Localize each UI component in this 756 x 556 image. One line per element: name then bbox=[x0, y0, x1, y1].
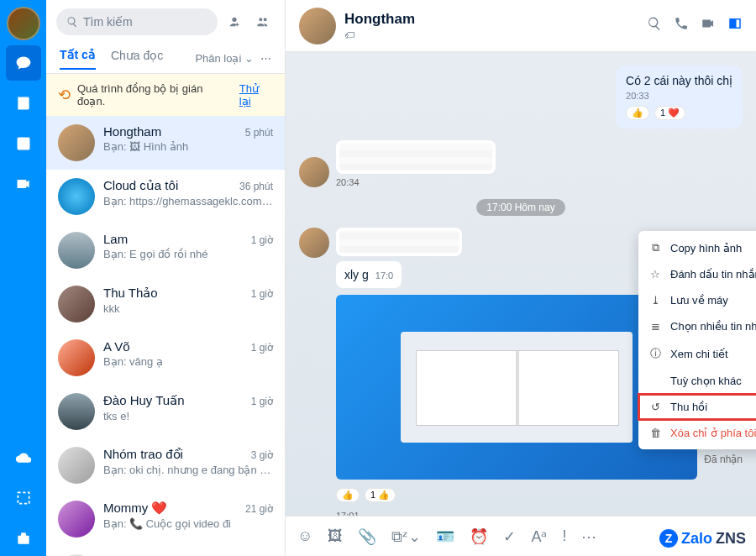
image-message[interactable] bbox=[336, 228, 462, 256]
messages-icon[interactable] bbox=[6, 45, 41, 81]
avatar bbox=[58, 339, 95, 376]
sync-message: Quá trình đồng bộ bị gián đoạn. bbox=[77, 82, 233, 108]
time-divider: 17:00 Hôm nay bbox=[476, 199, 564, 216]
search-icon bbox=[66, 16, 78, 28]
sender-avatar bbox=[299, 157, 329, 187]
chat-avatar[interactable] bbox=[299, 8, 336, 45]
todo-icon[interactable] bbox=[6, 126, 41, 161]
conversation-item[interactable]: Nhóm trao đổi3 giờBạn: oki chị. nhưng e … bbox=[46, 438, 285, 492]
conversation-panel: Tìm kiếm Tất cả Chưa đọc Phân loại ⌄ ⋯ ⟲… bbox=[46, 0, 286, 556]
ctx-delete[interactable]: 🗑Xóa chỉ ở phía tôi bbox=[638, 420, 756, 446]
download-icon: ⤓ bbox=[648, 294, 662, 307]
conversation-item[interactable]: Thu Thảo1 giờkkk bbox=[46, 277, 285, 331]
reaction-count[interactable]: 1 👍 bbox=[365, 488, 396, 502]
ctx-copy-image[interactable]: ⧉Copy hình ảnh bbox=[638, 234, 756, 261]
screenshot-icon[interactable]: ⧉ᶻ⌄ bbox=[391, 527, 421, 546]
attach-icon[interactable]: 📎 bbox=[358, 527, 376, 546]
video-icon[interactable] bbox=[6, 166, 41, 202]
trash-icon: 🗑 bbox=[648, 427, 662, 439]
message-text: Có 2 cái này thôi chị bbox=[626, 74, 732, 87]
add-friend-icon[interactable] bbox=[223, 10, 246, 34]
cloud-icon[interactable] bbox=[6, 440, 41, 475]
ctx-star[interactable]: ☆Đánh dấu tin nhắn bbox=[638, 261, 756, 287]
conversation-item[interactable]: Mommy ❤️21 giờBạn: 📞 Cuộc gọi video đi bbox=[46, 492, 285, 546]
search-input[interactable]: Tìm kiếm bbox=[56, 8, 218, 35]
undo-icon: ↺ bbox=[648, 401, 662, 413]
avatar bbox=[58, 286, 95, 323]
tab-all[interactable]: Tất cả bbox=[60, 48, 96, 70]
conversation-item[interactable]: Đào Huy Tuấn1 giờtks e! bbox=[46, 385, 285, 438]
left-rail bbox=[0, 0, 46, 556]
message-text[interactable]: xly g17:0 bbox=[336, 261, 402, 288]
ctx-save[interactable]: ⤓Lưu về máy bbox=[638, 287, 756, 313]
avatar bbox=[58, 501, 95, 538]
conversation-item[interactable]: A Võ1 giờBạn: vâng ạ bbox=[46, 331, 285, 385]
capture-icon[interactable] bbox=[6, 480, 41, 516]
create-group-icon[interactable] bbox=[251, 10, 275, 34]
list-icon: ≣ bbox=[648, 320, 662, 333]
avatar bbox=[58, 124, 95, 161]
card-icon[interactable]: 🪪 bbox=[436, 527, 454, 546]
delivery-status: Đã nhận bbox=[704, 454, 743, 465]
toggle-sidebar-icon[interactable] bbox=[727, 16, 743, 35]
priority-icon[interactable]: ! bbox=[562, 527, 566, 545]
sticker-icon[interactable]: ☺ bbox=[297, 527, 312, 545]
ctx-recall[interactable]: ↺Thu hồi bbox=[638, 394, 756, 420]
zalo-logo-icon: Z bbox=[659, 529, 678, 548]
avatar bbox=[58, 178, 95, 215]
sync-banner: ⟲ Quá trình đồng bộ bị gián đoạn. Thử lạ… bbox=[46, 74, 285, 116]
sender-avatar bbox=[299, 228, 329, 258]
search-in-chat-icon[interactable] bbox=[647, 16, 662, 35]
image-message[interactable] bbox=[336, 140, 496, 174]
conversation-item[interactable]: Lam1 giờBạn: E gọi đồ rồi nhé bbox=[46, 223, 285, 277]
conversation-item[interactable]: Cloud của tôi36 phútBạn: https://ghemass… bbox=[46, 170, 285, 223]
contacts-icon[interactable] bbox=[6, 86, 41, 121]
ctx-multiselect[interactable]: ≣Chọn nhiều tin nhắn bbox=[638, 313, 756, 339]
avatar bbox=[58, 393, 95, 430]
chat-header: Hongtham 🏷 bbox=[286, 0, 756, 52]
brand-watermark: Z ZaloZNS bbox=[659, 529, 746, 548]
message-incoming[interactable]: 20:34 bbox=[299, 140, 743, 187]
sync-warning-icon: ⟲ bbox=[58, 86, 71, 104]
chat-area: Hongtham 🏷 Có 2 cái này thôi chị 20:33 👍… bbox=[286, 0, 756, 556]
image-icon[interactable]: 🖼 bbox=[328, 527, 343, 545]
tab-unread[interactable]: Chưa đọc bbox=[111, 49, 163, 69]
message-time: 20:34 bbox=[336, 177, 496, 187]
sync-retry-link[interactable]: Thử lại bbox=[239, 82, 273, 108]
message-time: 17:01 bbox=[336, 511, 697, 516]
user-avatar[interactable] bbox=[7, 7, 40, 40]
format-icon[interactable]: Aᵃ bbox=[531, 527, 547, 546]
tag-icon[interactable]: 🏷 bbox=[344, 29, 638, 41]
conversation-item[interactable]: Phòng MKT_VFBHôm quaBạn: @A về ▫ vâng a bbox=[46, 546, 285, 556]
task-icon[interactable]: ✓ bbox=[503, 527, 516, 546]
avatar bbox=[58, 447, 95, 484]
copy-icon: ⧉ bbox=[648, 241, 662, 254]
ctx-more[interactable]: Tuỳ chọn khác› bbox=[638, 368, 756, 394]
info-icon: ⓘ bbox=[648, 346, 662, 361]
message-outgoing[interactable]: Có 2 cái này thôi chị 20:33 👍 1 ❤️ bbox=[299, 66, 743, 129]
star-icon: ☆ bbox=[648, 268, 662, 281]
more-icon[interactable]: ⋯ bbox=[260, 52, 271, 65]
ctx-detail[interactable]: ⓘXem chi tiết bbox=[638, 339, 756, 368]
reaction-like[interactable]: 👍 bbox=[626, 106, 649, 120]
avatar bbox=[58, 232, 95, 269]
filter-dropdown[interactable]: Phân loại ⌄ bbox=[195, 52, 254, 65]
reaction-like[interactable]: 👍 bbox=[336, 488, 360, 502]
context-menu: ⧉Copy hình ảnh ☆Đánh dấu tin nhắn ⤓Lưu v… bbox=[638, 231, 756, 449]
more-composer-icon[interactable]: ⋯ bbox=[581, 527, 596, 546]
conversation-item[interactable]: Hongtham5 phútBạn: 🖼 Hình ảnh bbox=[46, 116, 285, 170]
toolbox-icon[interactable] bbox=[6, 521, 41, 556]
reminder-icon[interactable]: ⏰ bbox=[470, 527, 488, 546]
call-icon[interactable] bbox=[674, 16, 689, 35]
video-call-icon[interactable] bbox=[701, 16, 716, 35]
message-time: 20:33 bbox=[626, 91, 732, 101]
reaction-count[interactable]: 1 ❤️ bbox=[654, 106, 685, 120]
chat-title: Hongtham bbox=[344, 11, 638, 28]
conversation-list: Hongtham5 phútBạn: 🖼 Hình ảnh Cloud của … bbox=[46, 116, 285, 556]
